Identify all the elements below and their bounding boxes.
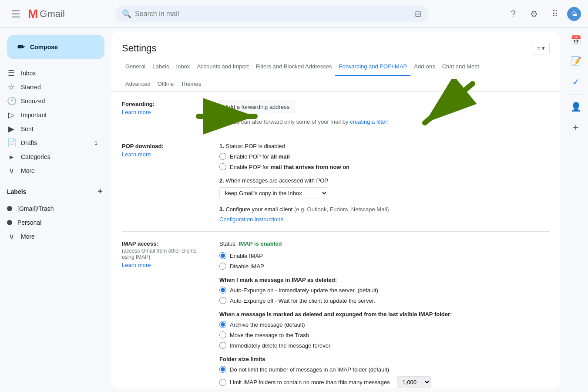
imap-enable-radio[interactable] <box>219 252 226 259</box>
pop-now-option[interactable]: Enable POP for mail that arrives from no… <box>219 163 550 170</box>
tab-general[interactable]: General <box>122 58 149 76</box>
notes-icon[interactable]: 📝 <box>567 52 585 70</box>
pop-step2-dropdown[interactable]: keep Gmail's copy in the Inbox archive G… <box>219 187 328 199</box>
imap-auto-expunge-on-label: Auto-Expunge on - Immediately update the… <box>230 287 378 294</box>
sidebar-item-personal[interactable]: Personal <box>0 216 104 230</box>
sidebar-item-more1-label: More <box>21 167 97 174</box>
imap-archive-option[interactable]: Archive the message (default) <box>219 321 550 328</box>
sidebar-item-categories[interactable]: ▸ Categories <box>0 150 104 164</box>
gmail-logo[interactable]: M Gmail <box>28 7 65 21</box>
imap-limit-option[interactable]: Limit IMAP folders to contain no more th… <box>219 376 550 388</box>
pop-learn-more[interactable]: Learn more <box>122 151 209 158</box>
imap-trash-option[interactable]: Move the message to the Trash <box>219 331 550 338</box>
tab-accounts[interactable]: Accounts and Import <box>193 58 252 76</box>
avatar[interactable]: 🌤 <box>567 7 581 21</box>
sidebar-item-starred-label: Starred <box>21 84 97 91</box>
sidebar-item-starred[interactable]: ☆ Starred <box>0 80 104 94</box>
contacts-icon[interactable]: 👤 <box>567 98 585 115</box>
pop-now-radio[interactable] <box>219 163 226 170</box>
density-button[interactable]: ≡ ▾ <box>532 42 550 54</box>
settings-title: Settings <box>122 43 157 54</box>
sub-tab-themes[interactable]: Themes <box>177 76 205 91</box>
density-chevron: ▾ <box>542 45 545 51</box>
label-dot-personal <box>7 220 12 225</box>
drafts-count: 1 <box>94 140 97 146</box>
sidebar-item-inbox[interactable]: ☰ Inbox <box>0 66 104 80</box>
imap-no-limit-option[interactable]: Do not limit the number of messages in a… <box>219 366 550 373</box>
sub-tab-offline[interactable]: Offline <box>154 76 177 91</box>
sidebar-item-gmail-trash[interactable]: [Gmail]/Trash <box>0 202 104 216</box>
imap-disable-radio[interactable] <box>219 263 226 270</box>
search-options-icon[interactable]: ⊟ <box>415 9 421 19</box>
imap-enable-label: Enable IMAP <box>230 253 263 259</box>
pop-all-mail-radio[interactable] <box>219 153 226 160</box>
settings-icon[interactable]: ⚙ <box>525 5 543 23</box>
add-right-sidebar-button[interactable]: + <box>567 119 585 136</box>
sidebar-item-more2[interactable]: ∨ More <box>0 230 104 243</box>
search-icon: 🔍 <box>122 9 131 19</box>
tasks-icon[interactable]: ✓ <box>567 73 585 91</box>
apps-icon[interactable]: ⠿ <box>546 5 564 23</box>
imap-no-limit-radio[interactable] <box>219 366 226 373</box>
imap-limit-radio[interactable] <box>219 379 226 386</box>
layout: ✏ Compose ☰ Inbox ☆ Starred 🕐 Snoozed ▷ … <box>0 28 588 392</box>
imap-enable-option[interactable]: Enable IMAP <box>219 252 550 259</box>
folder-size-select[interactable]: 1,000 2,000 5,000 10,000 <box>397 376 431 388</box>
forwarding-learn-more[interactable]: Learn more <box>122 109 209 115</box>
imap-auto-expunge-on-option[interactable]: Auto-Expunge on - Immediately update the… <box>219 287 550 294</box>
sidebar-item-snoozed[interactable]: 🕐 Snoozed <box>0 94 104 108</box>
imap-auto-expunge-off-option[interactable]: Auto-Expunge off - Wait for the client t… <box>219 297 550 304</box>
imap-auto-expunge-off-radio[interactable] <box>219 297 226 304</box>
sidebar-item-more1[interactable]: ∨ More <box>0 164 104 178</box>
sidebar-item-personal-label: Personal <box>17 219 97 226</box>
sidebar-item-inbox-label: Inbox <box>21 70 97 77</box>
imap-learn-more[interactable]: Learn more <box>122 262 209 268</box>
compose-button[interactable]: ✏ Compose <box>7 35 104 59</box>
tab-forwarding[interactable]: Forwarding and POP/IMAP <box>335 58 410 76</box>
pop-now-label: Enable POP for mail that arrives from no… <box>230 164 349 170</box>
imap-auto-expunge-on-radio[interactable] <box>219 287 226 294</box>
search-input[interactable] <box>135 10 411 18</box>
tab-inbox[interactable]: Inbox <box>173 58 194 76</box>
sidebar-item-sent[interactable]: ▶ Sent <box>0 122 104 136</box>
imap-delete-forever-radio[interactable] <box>219 342 226 349</box>
imap-archive-label: Archive the message (default) <box>230 321 305 328</box>
hamburger-icon[interactable] <box>8 7 23 21</box>
calendar-icon[interactable]: 📅 <box>567 31 585 49</box>
label-dot-gmail-trash <box>7 206 12 211</box>
labels-heading: Labels <box>7 188 26 195</box>
tab-addons[interactable]: Add-ons <box>410 58 438 76</box>
help-icon[interactable]: ? <box>504 5 522 23</box>
imap-trash-radio[interactable] <box>219 331 226 338</box>
imap-deleted-options: Auto-Expunge on - Immediately update the… <box>219 287 550 304</box>
sidebar-item-drafts[interactable]: 📄 Drafts 1 <box>0 136 104 150</box>
imap-delete-forever-option[interactable]: Immediately delete the message forever <box>219 342 550 349</box>
tab-filters[interactable]: Filters and Blocked Addresses <box>252 58 336 76</box>
pop-step2-text: When messages are accessed with POP <box>225 177 328 184</box>
creating-filter-link[interactable]: creating a filter! <box>350 118 389 125</box>
topbar: M Gmail 🔍 ⊟ ? ⚙ ⠿ 🌤 <box>0 0 588 28</box>
pop-label-col: POP download: Learn more <box>122 143 209 223</box>
sub-tab-advanced[interactable]: Advanced <box>122 76 154 91</box>
imap-archive-radio[interactable] <box>219 321 226 328</box>
imap-disable-option[interactable]: Disable IMAP <box>219 263 550 270</box>
pop-step2: 2. When messages are accessed with POP k… <box>219 177 550 199</box>
settings-content: Forwarding: Learn more Add a forwarding … <box>111 92 560 389</box>
imap-disable-label: Disable IMAP <box>230 263 264 270</box>
add-forwarding-button[interactable]: Add a forwarding address <box>219 101 295 113</box>
pop-step1-options: Enable POP for all mail Enable POP for m… <box>219 153 550 170</box>
pop-control: 1. Status: POP is disabled Enable POP fo… <box>219 143 550 223</box>
menu-icon[interactable] <box>7 5 24 23</box>
imap-folder-section: Folder size limits Do not limit the numb… <box>219 356 550 388</box>
pop-config-link[interactable]: Configuration instructions <box>219 216 550 223</box>
add-label-button[interactable]: + <box>96 185 104 198</box>
tab-labels[interactable]: Labels <box>149 58 172 76</box>
more2-icon: ∨ <box>7 232 16 241</box>
imap-sub-label: (access Gmail from other clients using I… <box>122 248 209 260</box>
tab-chat[interactable]: Chat and Meet <box>439 58 483 76</box>
pop-all-mail-option[interactable]: Enable POP for all mail <box>219 153 550 160</box>
more1-icon: ∨ <box>7 166 16 176</box>
sidebar-item-important[interactable]: ▷ Important <box>0 108 104 122</box>
forwarding-control: Add a forwarding address Tip: You can al… <box>219 101 550 125</box>
forwarding-label-col: Forwarding: Learn more <box>122 101 209 125</box>
